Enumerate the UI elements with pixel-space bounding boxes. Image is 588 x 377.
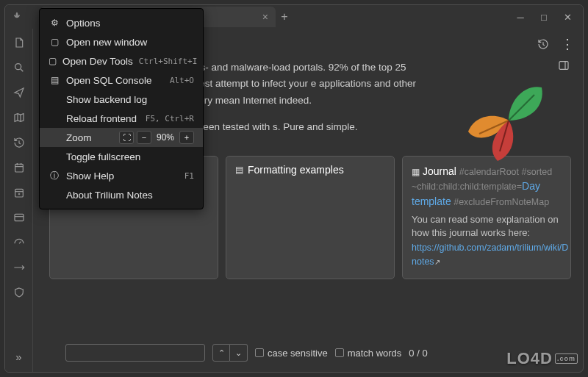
- menu-label: Toggle fullscreen: [66, 151, 140, 162]
- menu-zoom[interactable]: Zoom ⛶ − 90% +: [40, 128, 203, 147]
- menu-shortcut: F1: [184, 171, 194, 181]
- document-icon[interactable]: [10, 33, 29, 52]
- search-icon[interactable]: [10, 58, 29, 77]
- find-prev-button[interactable]: ⌃: [212, 344, 230, 362]
- menu-shortcut: Alt+O: [170, 76, 194, 85]
- app-logo: [5, 11, 29, 23]
- send-icon[interactable]: [10, 83, 29, 102]
- menu-about[interactable]: About Trilium Notes: [40, 185, 203, 204]
- journal-attrs-suffix: #excludeFromNoteMap: [451, 197, 549, 207]
- plane-icon[interactable]: [10, 258, 29, 277]
- left-sidebar: »: [5, 29, 33, 372]
- window-icon: ▢: [49, 37, 60, 47]
- find-count: 0 / 0: [409, 348, 427, 359]
- menu-toggle-fullscreen[interactable]: Toggle fullscreen: [40, 147, 203, 166]
- menu-label: Show backend log: [66, 94, 147, 105]
- history-icon[interactable]: [10, 133, 29, 152]
- leaf-illustration: [453, 65, 564, 176]
- watermark-text: LO4D: [506, 349, 553, 368]
- match-words-checkbox[interactable]: match words: [335, 348, 402, 359]
- case-sensitive-checkbox[interactable]: case sensitive: [255, 348, 328, 359]
- menu-label: Open SQL Console: [66, 75, 152, 86]
- menu-label: Options: [66, 18, 101, 29]
- menu-label: Open Dev Tools: [62, 56, 133, 67]
- watermark: LO4D .com: [506, 349, 578, 368]
- global-menu: ⚙Options ▢Open new window ▢Open Dev Tool…: [39, 8, 204, 209]
- svg-rect-3: [15, 214, 24, 220]
- window-controls: ─ □ ✕: [509, 8, 583, 26]
- zoom-value: 90%: [154, 132, 176, 143]
- journal-wiki-link[interactable]: https://github.com/zadam/trilium/wiki/D: [412, 243, 568, 253]
- note-plus-icon[interactable]: [10, 183, 29, 202]
- menu-open-sql-console[interactable]: ▤Open SQL ConsoleAlt+O: [40, 71, 203, 90]
- kebab-menu-icon[interactable]: ⋮: [561, 36, 574, 52]
- card-formatting[interactable]: ▤Formatting examples: [226, 156, 395, 279]
- find-next-button[interactable]: ⌄: [230, 344, 248, 362]
- menu-label: About Trilium Notes: [66, 190, 153, 201]
- close-tab-icon[interactable]: ×: [262, 11, 268, 23]
- menu-label: Zoom: [66, 132, 92, 143]
- calendar-icon[interactable]: [10, 158, 29, 177]
- expand-sidebar-icon[interactable]: »: [10, 347, 29, 366]
- zoom-out-button[interactable]: −: [137, 131, 151, 144]
- card-title: Journal: [423, 165, 456, 177]
- find-input[interactable]: [65, 344, 205, 362]
- note-icon: ▤: [235, 165, 243, 175]
- find-bar: ⌃ ⌄ case sensitive match words 0 / 0: [65, 341, 574, 365]
- watermark-ext: .com: [555, 353, 578, 364]
- menu-show-backend-log[interactable]: Show backend log: [40, 90, 203, 109]
- zoom-in-button[interactable]: +: [179, 131, 194, 144]
- external-link-icon: ↗: [434, 258, 440, 266]
- note-history-icon[interactable]: [537, 38, 549, 50]
- find-stepper: ⌃ ⌄: [212, 344, 248, 362]
- shield-icon[interactable]: [10, 283, 29, 302]
- menu-label: Show Help: [66, 170, 114, 182]
- menu-open-dev-tools[interactable]: ▢Open Dev ToolsCtrl+Shift+I: [40, 51, 203, 71]
- calendar-icon: ▦: [412, 167, 420, 177]
- journal-wiki-link-suffix[interactable]: notes: [412, 256, 434, 267]
- card-title: Formatting examples: [248, 164, 344, 176]
- case-sensitive-label: case sensitive: [268, 348, 328, 359]
- database-icon: ▤: [49, 75, 60, 85]
- menu-shortcut: Ctrl+Shift+I: [139, 57, 197, 66]
- devtools-icon: ▢: [49, 56, 57, 66]
- gauge-icon[interactable]: [10, 233, 29, 252]
- map-icon[interactable]: [10, 108, 29, 127]
- app-window: × + ─ □ ✕ »: [4, 4, 584, 373]
- close-window-button[interactable]: ✕: [556, 8, 578, 26]
- menu-shortcut: F5, Ctrl+R: [146, 114, 194, 123]
- svg-rect-1: [15, 164, 23, 172]
- menu-options[interactable]: ⚙Options: [40, 13, 203, 32]
- minimize-button[interactable]: ─: [509, 8, 531, 26]
- card-description: You can read some explanation on how thi…: [412, 213, 562, 240]
- folder-icon[interactable]: [10, 208, 29, 227]
- menu-label: Reload frontend: [66, 113, 137, 124]
- menu-label: Open new window: [66, 37, 147, 48]
- svg-point-0: [15, 64, 21, 70]
- match-words-label: match words: [348, 348, 402, 359]
- menu-reload-frontend[interactable]: Reload frontendF5, Ctrl+R: [40, 109, 203, 128]
- new-tab-button[interactable]: +: [276, 10, 293, 24]
- zoom-reset-button[interactable]: ⛶: [119, 131, 134, 144]
- zoom-controls: ⛶ − 90% +: [119, 131, 194, 144]
- menu-open-new-window[interactable]: ▢Open new window: [40, 32, 203, 51]
- menu-show-help[interactable]: ⓘShow HelpF1: [40, 166, 203, 185]
- maximize-button[interactable]: □: [533, 8, 555, 26]
- help-icon: ⓘ: [49, 170, 60, 182]
- gear-icon: ⚙: [49, 18, 60, 28]
